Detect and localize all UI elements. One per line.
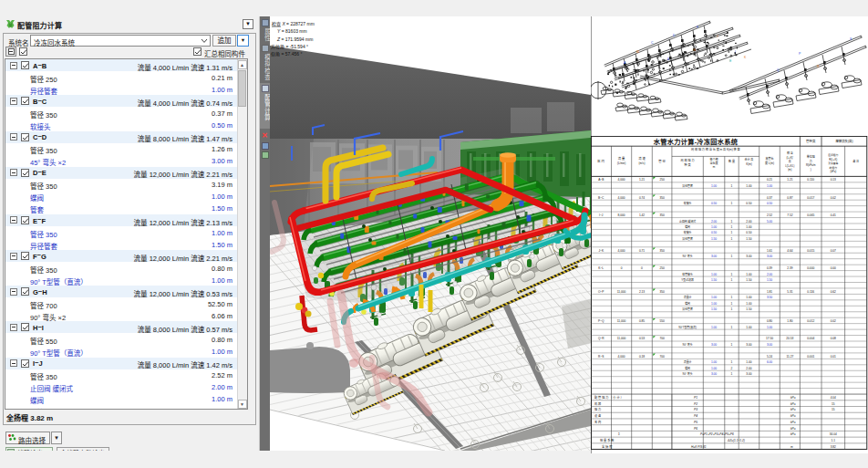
svg-text:2.13: 2.13	[639, 290, 645, 294]
svg-text:5.24: 5.24	[767, 355, 772, 359]
svg-text:1: 1	[731, 326, 733, 329]
svg-text:90°T型管(直流): 90°T型管(直流)	[678, 325, 697, 329]
svg-text:m: m	[790, 445, 793, 449]
svg-text:异径管套: 异径管套	[682, 183, 693, 188]
svg-text:3.00: 3.00	[711, 372, 717, 376]
svg-text:0.37: 0.37	[767, 196, 772, 200]
svg-text:Q~R: Q~R	[598, 337, 604, 340]
svg-text:方位角 = -51.594 °: 方位角 = -51.594 °	[271, 44, 308, 50]
svg-text:250: 250	[659, 178, 665, 182]
svg-text:(kPa): (kPa)	[830, 170, 836, 173]
svg-text:kPa: kPa	[790, 427, 796, 431]
svg-text:H=K·P/9.81: H=K·P/9.81	[691, 445, 707, 449]
svg-text:(L+K)': (L+K)'	[786, 156, 793, 160]
svg-text:0.116: 0.116	[807, 290, 814, 294]
svg-text:3.00: 3.00	[767, 343, 772, 347]
svg-text:1.50: 1.50	[746, 278, 751, 282]
svg-text:(L/min): (L/min)	[617, 161, 625, 165]
svg-text:异径管套: 异径管套	[682, 236, 693, 241]
svg-text:P6: P6	[694, 427, 698, 431]
svg-text:软管接头: 软管接头	[682, 272, 693, 276]
svg-text:700: 700	[659, 355, 665, 359]
svg-text:8,000: 8,000	[618, 213, 625, 217]
svg-text:流量计: 流量计	[684, 359, 692, 364]
svg-text:软接头: 软接头	[684, 230, 692, 234]
svg-text:0.015: 0.015	[807, 249, 814, 253]
svg-text:1.00: 1.00	[711, 225, 717, 229]
svg-text:3.50: 3.50	[767, 296, 772, 299]
svg-text:17.50: 17.50	[766, 337, 773, 340]
svg-text:Y = 81603 mm: Y = 81603 mm	[277, 28, 307, 34]
svg-text:全 扬 程: 全 扬 程	[602, 444, 613, 449]
svg-text:350: 350	[659, 196, 665, 200]
svg-text:4.04: 4.04	[831, 396, 836, 400]
svg-text:0.017: 0.017	[807, 196, 814, 200]
svg-text:软接头: 软接头	[684, 201, 692, 205]
svg-text:B~C: B~C	[598, 196, 604, 200]
svg-text:0.50: 0.50	[767, 202, 772, 205]
svg-text:J: J	[717, 35, 718, 38]
svg-text:1.00: 1.00	[746, 225, 751, 229]
svg-text:6.00: 6.00	[767, 360, 772, 364]
svg-text:合计 及: 合计 及	[744, 157, 753, 161]
svg-text:1.00: 1.00	[746, 360, 751, 364]
svg-text:1: 1	[731, 296, 733, 299]
svg-text:配 管 阻 力 （ 小 计 ）: 配 管 阻 力 （ 小 计 ）	[594, 395, 624, 400]
svg-text:E: E	[729, 59, 732, 63]
svg-text:0.00: 0.00	[831, 266, 836, 270]
svg-text:kPa: kPa	[790, 414, 796, 418]
svg-text:1.50: 1.50	[767, 278, 772, 282]
svg-text:1.00: 1.00	[711, 367, 717, 370]
svg-text:11,000: 11,000	[617, 337, 626, 340]
svg-text:1.00: 1.00	[711, 360, 717, 364]
svg-text:名 内: 名 内	[594, 420, 601, 424]
svg-text:kPa: kPa	[790, 408, 796, 411]
svg-text:11.27: 11.27	[786, 355, 793, 359]
svg-text:R(L+K): R(L+K)	[829, 158, 837, 161]
svg-text:数 量: 数 量	[728, 159, 735, 163]
svg-text:局 部 阻 力 相 当 长 度 m 及 K(m) 换 算: 局 部 阻 力 相 当 长 度 m 及 K(m) 换 算	[691, 147, 740, 151]
svg-text:P2: P2	[694, 402, 698, 406]
svg-text:水管水力计算-冷冻回水系统: 水管水力计算-冷冻回水系统	[653, 138, 739, 146]
svg-text:(m/s): (m/s)	[639, 161, 646, 165]
svg-text:仰角 = 57.456 °: 仰角 = 57.456 °	[271, 51, 302, 57]
svg-text:G: G	[693, 48, 696, 52]
svg-text:0.87: 0.87	[787, 196, 792, 200]
svg-text:700: 700	[659, 337, 665, 340]
svg-text:R(kPa/m: R(kPa/m	[806, 163, 816, 167]
svg-text:裕 量 系 数: 裕 量 系 数	[600, 438, 615, 442]
svg-text:kPa: kPa	[790, 396, 796, 400]
svg-text:4,000: 4,000	[618, 178, 625, 182]
svg-text:P5: P5	[694, 421, 698, 424]
svg-text:m: m	[713, 165, 716, 169]
svg-text:力: 力	[810, 159, 812, 163]
svg-text:蝶阀: 蝶阀	[685, 301, 690, 306]
svg-text:1.42: 1.42	[639, 213, 645, 217]
svg-text:1.50: 1.50	[711, 278, 717, 282]
svg-text:0.08: 0.08	[831, 337, 836, 340]
svg-text:流 速: 流 速	[638, 156, 646, 161]
svg-text:A~B: A~B	[598, 178, 604, 182]
svg-text:1.50: 1.50	[711, 237, 717, 241]
svg-text:流 量: 流 量	[618, 156, 625, 161]
svg-text:4,000: 4,000	[618, 249, 625, 253]
svg-text:15: 15	[832, 402, 835, 406]
svg-text:0.07: 0.07	[831, 249, 836, 253]
svg-text:直管长: 直管长	[765, 156, 773, 161]
svg-text:kPa: kPa	[790, 421, 796, 424]
svg-text:3.00: 3.00	[711, 343, 717, 347]
svg-text:): )	[811, 168, 811, 172]
svg-text:管种类: 管种类	[806, 139, 816, 143]
svg-text:相 当: 相 当	[787, 151, 793, 155]
svg-text:15: 15	[832, 408, 835, 411]
svg-text:种 类: 种 类	[685, 162, 691, 167]
svg-text:P=P1+P2+P3+P4+P5+P6: P=P1+P2+P3+P4+P5+P6	[700, 432, 734, 436]
svg-text:1.00: 1.00	[711, 273, 717, 276]
svg-text:0.71: 0.71	[639, 249, 645, 253]
svg-text:3.00: 3.00	[746, 255, 751, 258]
svg-text:1.21: 1.21	[787, 178, 792, 182]
svg-text:的阻力: 的阻力	[830, 166, 838, 170]
svg-text:1.50: 1.50	[746, 307, 751, 311]
svg-text:ΔZ=(1.1~1.2): ΔZ=(1.1~1.2)	[727, 439, 745, 442]
svg-text:Z = 171.9594 mm: Z = 171.9594 mm	[276, 36, 313, 42]
